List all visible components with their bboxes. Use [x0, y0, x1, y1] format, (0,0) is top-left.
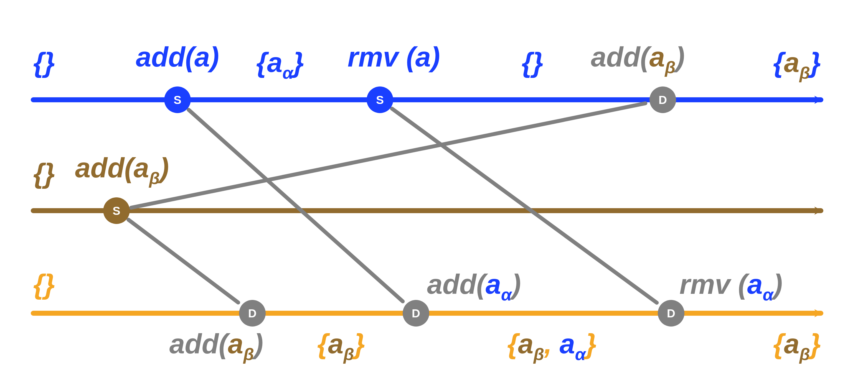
label-botD1a: add(aα) — [427, 269, 521, 304]
label-botD1b: add(aβ) — [169, 328, 264, 364]
label-topAddAb: add(aβ) — [591, 41, 685, 77]
label-botStart: {} — [33, 269, 55, 300]
label-botD3a: rmv (aα) — [679, 269, 783, 304]
label-botSet1: {aβ} — [317, 328, 365, 364]
node-topS2-kind: S — [376, 93, 384, 106]
node-topD: D — [649, 87, 676, 113]
label-midAddAb: add(aβ) — [75, 152, 169, 188]
node-botD3-kind: D — [667, 307, 675, 320]
label-topAdd: add(a) — [136, 41, 219, 72]
label-topSet1: {aα} — [256, 47, 304, 82]
node-botD2: D — [403, 300, 429, 327]
label-topEnd: {aβ} — [773, 47, 821, 82]
node-botD1-kind: D — [248, 307, 256, 320]
node-midS: S — [103, 197, 130, 224]
node-topS1-kind: S — [174, 93, 181, 106]
crdt-timeline-diagram: SSDSDDD {}add(a){aα}rmv (a){}add(aβ){aβ}… — [0, 0, 868, 367]
node-topS1: S — [164, 87, 191, 113]
message-arrow — [189, 110, 403, 301]
label-botEnd: {aβ} — [773, 328, 821, 364]
node-botD3: D — [658, 300, 684, 327]
node-botD2-kind: D — [412, 307, 420, 320]
label-botSet2: {aβ, aα} — [507, 328, 596, 364]
label-topSet2: {} — [522, 47, 543, 78]
node-botD1: D — [239, 300, 266, 327]
node-topD-kind: D — [659, 93, 667, 106]
node-topS2: S — [367, 87, 393, 113]
label-midStart: {} — [33, 158, 55, 189]
message-arrow — [131, 103, 645, 208]
label-topStart: {} — [33, 47, 55, 78]
node-midS-kind: S — [113, 204, 120, 217]
label-topRmv: rmv (a) — [347, 41, 440, 72]
message-arrow — [128, 220, 238, 303]
